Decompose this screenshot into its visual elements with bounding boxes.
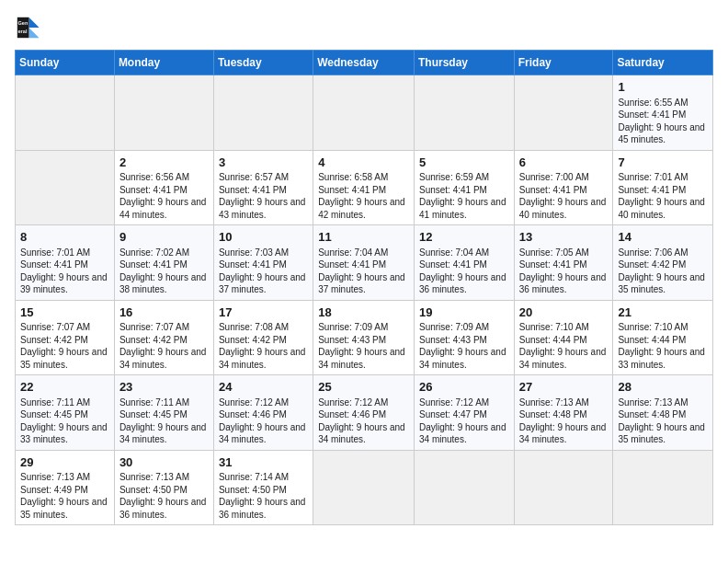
calendar-cell: 19Sunrise: 7:09 AMSunset: 4:43 PMDayligh…: [414, 300, 514, 375]
calendar-week: 2Sunrise: 6:56 AMSunset: 4:41 PMDaylight…: [16, 150, 713, 225]
day-number: 1: [618, 79, 708, 96]
days-of-week-row: SundayMondayTuesdayWednesdayThursdayFrid…: [16, 51, 713, 75]
dow-header: Wednesday: [313, 51, 415, 75]
day-number: 25: [318, 379, 409, 396]
calendar-cell: 31Sunrise: 7:14 AMSunset: 4:50 PMDayligh…: [213, 450, 313, 525]
day-number: 13: [519, 229, 609, 246]
calendar-cell: 3Sunrise: 6:57 AMSunset: 4:41 PMDaylight…: [213, 150, 313, 225]
calendar-cell: 16Sunrise: 7:07 AMSunset: 4:42 PMDayligh…: [114, 300, 213, 375]
day-number: 19: [419, 304, 509, 321]
calendar-cell-empty: [16, 75, 115, 151]
calendar-cell: 12Sunrise: 7:04 AMSunset: 4:41 PMDayligh…: [414, 225, 514, 301]
calendar-cell: 6Sunrise: 7:00 AMSunset: 4:41 PMDaylight…: [514, 150, 613, 225]
day-number: 8: [20, 229, 109, 246]
day-number: 11: [318, 229, 409, 246]
day-number: 28: [618, 379, 708, 396]
calendar-cell: 5Sunrise: 6:59 AMSunset: 4:41 PMDaylight…: [414, 150, 514, 225]
calendar-cell-empty: [114, 75, 213, 151]
svg-text:Gen: Gen: [18, 20, 28, 26]
day-number: 7: [618, 155, 708, 171]
dow-header: Monday: [114, 51, 213, 75]
day-number: 12: [419, 229, 509, 246]
day-number: 24: [219, 379, 308, 396]
day-number: 2: [119, 155, 209, 171]
calendar-cell-empty: [414, 75, 514, 151]
calendar-cell: 8Sunrise: 7:01 AMSunset: 4:41 PMDaylight…: [16, 225, 115, 301]
calendar-cell: 25Sunrise: 7:12 AMSunset: 4:46 PMDayligh…: [313, 375, 415, 451]
day-number: 5: [419, 155, 509, 171]
calendar-cell: 9Sunrise: 7:02 AMSunset: 4:41 PMDaylight…: [114, 225, 213, 301]
calendar-cell: 1Sunrise: 6:55 AMSunset: 4:41 PMDaylight…: [613, 75, 713, 151]
calendar-cell-empty: [313, 450, 415, 525]
calendar-week: 22Sunrise: 7:11 AMSunset: 4:45 PMDayligh…: [16, 375, 713, 451]
logo-icon: Gen eral: [15, 15, 40, 40]
calendar-cell: 21Sunrise: 7:10 AMSunset: 4:44 PMDayligh…: [613, 300, 713, 375]
calendar-cell-empty: [414, 450, 514, 525]
day-number: 27: [519, 379, 609, 396]
calendar-cell: 29Sunrise: 7:13 AMSunset: 4:49 PMDayligh…: [16, 450, 115, 525]
day-number: 22: [20, 379, 109, 396]
dow-header: Sunday: [16, 51, 115, 75]
dow-header: Friday: [514, 51, 613, 75]
day-number: 4: [318, 155, 409, 171]
calendar-cell: 13Sunrise: 7:05 AMSunset: 4:41 PMDayligh…: [514, 225, 613, 301]
calendar-cell: 14Sunrise: 7:06 AMSunset: 4:42 PMDayligh…: [613, 225, 713, 301]
day-number: 16: [119, 304, 209, 321]
calendar-cell-empty: [613, 450, 713, 525]
day-number: 18: [318, 304, 409, 321]
calendar-week: 8Sunrise: 7:01 AMSunset: 4:41 PMDaylight…: [16, 225, 713, 301]
day-number: 10: [219, 229, 308, 246]
dow-header: Saturday: [613, 51, 713, 75]
calendar-cell: 23Sunrise: 7:11 AMSunset: 4:45 PMDayligh…: [114, 375, 213, 451]
svg-marker-1: [28, 28, 39, 38]
calendar-week: 1Sunrise: 6:55 AMSunset: 4:41 PMDaylight…: [16, 75, 713, 151]
day-number: 31: [219, 454, 308, 471]
calendar-cell: 26Sunrise: 7:12 AMSunset: 4:47 PMDayligh…: [414, 375, 514, 451]
day-number: 23: [119, 379, 209, 396]
day-number: 14: [618, 229, 708, 246]
calendar-table: SundayMondayTuesdayWednesdayThursdayFrid…: [15, 50, 713, 525]
calendar-cell-empty: [313, 75, 415, 151]
calendar-cell-empty: [514, 75, 613, 151]
calendar-cell: 17Sunrise: 7:08 AMSunset: 4:42 PMDayligh…: [213, 300, 313, 375]
day-number: 9: [119, 229, 209, 246]
day-number: 21: [618, 304, 708, 321]
day-number: 6: [519, 155, 609, 171]
calendar-cell: 7Sunrise: 7:01 AMSunset: 4:41 PMDaylight…: [613, 150, 713, 225]
calendar-cell-empty: [16, 150, 115, 225]
page: Gen eral SundayMondayTuesdayWednesdayThu…: [0, 0, 728, 563]
calendar-cell: 4Sunrise: 6:58 AMSunset: 4:41 PMDaylight…: [313, 150, 415, 225]
day-number: 20: [519, 304, 609, 321]
calendar-cell: 10Sunrise: 7:03 AMSunset: 4:41 PMDayligh…: [213, 225, 313, 301]
svg-marker-0: [28, 17, 39, 28]
calendar-cell-empty: [514, 450, 613, 525]
day-number: 30: [119, 454, 209, 471]
calendar-cell-empty: [213, 75, 313, 151]
calendar-cell: 24Sunrise: 7:12 AMSunset: 4:46 PMDayligh…: [213, 375, 313, 451]
logo: Gen eral: [15, 15, 44, 40]
calendar-cell: 27Sunrise: 7:13 AMSunset: 4:48 PMDayligh…: [514, 375, 613, 451]
dow-header: Tuesday: [213, 51, 313, 75]
calendar-week: 29Sunrise: 7:13 AMSunset: 4:49 PMDayligh…: [16, 450, 713, 525]
calendar-cell: 15Sunrise: 7:07 AMSunset: 4:42 PMDayligh…: [16, 300, 115, 375]
calendar-cell: 28Sunrise: 7:13 AMSunset: 4:48 PMDayligh…: [613, 375, 713, 451]
day-number: 15: [20, 304, 109, 321]
day-number: 26: [419, 379, 509, 396]
day-number: 29: [20, 454, 109, 471]
dow-header: Thursday: [414, 51, 514, 75]
calendar-body: 1Sunrise: 6:55 AMSunset: 4:41 PMDaylight…: [16, 75, 713, 525]
calendar-cell: 11Sunrise: 7:04 AMSunset: 4:41 PMDayligh…: [313, 225, 415, 301]
calendar-cell: 18Sunrise: 7:09 AMSunset: 4:43 PMDayligh…: [313, 300, 415, 375]
calendar-cell: 20Sunrise: 7:10 AMSunset: 4:44 PMDayligh…: [514, 300, 613, 375]
calendar-week: 15Sunrise: 7:07 AMSunset: 4:42 PMDayligh…: [16, 300, 713, 375]
day-number: 17: [219, 304, 308, 321]
header: Gen eral: [15, 15, 713, 40]
calendar-cell: 2Sunrise: 6:56 AMSunset: 4:41 PMDaylight…: [114, 150, 213, 225]
calendar-cell: 22Sunrise: 7:11 AMSunset: 4:45 PMDayligh…: [16, 375, 115, 451]
calendar-cell: 30Sunrise: 7:13 AMSunset: 4:50 PMDayligh…: [114, 450, 213, 525]
day-number: 3: [219, 155, 308, 171]
svg-text:eral: eral: [18, 29, 28, 34]
